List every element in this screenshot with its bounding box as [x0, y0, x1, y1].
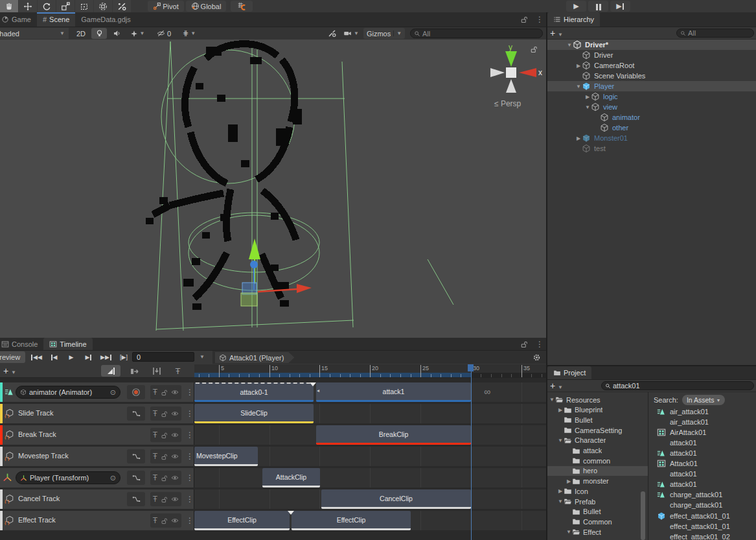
hierarchy-item-other[interactable]: other	[547, 123, 756, 133]
track-header[interactable]: animator (Animator)⊙Ŧ⋮	[0, 382, 194, 402]
project-folder-bullet[interactable]: Bullet	[547, 507, 648, 517]
preview-toggle-button[interactable]: Preview	[0, 351, 25, 363]
track-context-menu-icon[interactable]: ⋮	[186, 409, 194, 418]
timeline-clip[interactable]: BreakClip	[316, 425, 471, 445]
gizmos-dropdown[interactable]: Gizmos ▼	[363, 28, 405, 39]
project-folder-attack[interactable]: attack	[547, 446, 648, 456]
project-folder-prefab[interactable]: ▼Prefab	[547, 497, 648, 506]
timeline-clip[interactable]: EffectClip	[292, 511, 411, 530]
hand-tool-button[interactable]	[0, 0, 18, 12]
hierarchy-search-input[interactable]: All	[676, 29, 754, 38]
ripple-mode-button[interactable]	[126, 365, 143, 377]
asset-result[interactable]: charge_attack01	[648, 489, 756, 500]
hierarchy-item-player[interactable]: ▼Player	[547, 81, 756, 91]
timeline-track-lane[interactable]: EffectClipEffectClip	[194, 511, 546, 530]
expander-icon[interactable]: ▼	[557, 499, 564, 504]
timeline-clip[interactable]: MovestepClip	[194, 447, 258, 466]
track-context-menu-icon[interactable]: ⋮	[186, 473, 194, 482]
track-header[interactable]: Effect TrackŦ⋮	[0, 511, 194, 530]
search-scope-dropdown[interactable]: In Assets ▼	[682, 395, 726, 405]
asset-result[interactable]: air_attack01	[648, 406, 756, 417]
track-header[interactable]: Slide TrackŦ⋮	[0, 404, 194, 423]
track-curves-button[interactable]	[127, 406, 145, 421]
timeline-track-lane[interactable]: BreakClip	[194, 425, 546, 445]
hierarchy-item-animator[interactable]: animator	[547, 112, 756, 123]
expander-icon[interactable]: ▶	[566, 478, 572, 484]
tab-console[interactable]: Console	[0, 338, 43, 350]
timeline-clip[interactable]: CancelClip	[321, 489, 471, 509]
track-pin-icon[interactable]: Ŧ	[153, 516, 157, 525]
hierarchy-item-view[interactable]: ▼view	[547, 102, 756, 112]
project-folder-resources[interactable]: ▼Resources	[547, 395, 648, 405]
add-track-button[interactable]: + ▼	[3, 366, 16, 376]
mix-mode-button[interactable]	[101, 365, 120, 377]
persp-label[interactable]: ≤ Persp	[494, 99, 521, 108]
shading-mode-dropdown[interactable]: Shaded ▼	[0, 28, 69, 39]
track-pin-icon[interactable]: Ŧ	[153, 409, 157, 418]
frame-field-dropdown-icon[interactable]: ▼	[200, 354, 205, 360]
2d-toggle-button[interactable]: 2D	[73, 28, 89, 39]
hierarchy-item-driver-[interactable]: ▼Driver*	[547, 40, 756, 50]
tab-project[interactable]: Project	[547, 366, 591, 379]
expander-icon[interactable]: ▼	[549, 397, 555, 403]
scene-tools-button[interactable]	[324, 28, 339, 39]
replace-mode-button[interactable]	[148, 365, 165, 377]
pause-button[interactable]	[588, 1, 608, 12]
expander-icon[interactable]: ▼	[557, 438, 564, 443]
track-curves-button[interactable]	[127, 471, 145, 485]
asset-result[interactable]: attack01	[648, 438, 756, 448]
grid-snapping-button[interactable]	[231, 1, 253, 12]
object-picker-icon[interactable]: ⊙	[110, 474, 116, 482]
expander-icon[interactable]: ▶	[575, 135, 582, 141]
tab-game[interactable]: Game	[0, 12, 37, 27]
timeline-ruler[interactable]: 5101520253035	[194, 364, 546, 378]
track-pin-icon[interactable]: Ŧ	[153, 388, 157, 397]
asset-result[interactable]: air_attack01	[648, 417, 756, 427]
goto-end-button[interactable]: ▶▶	[98, 352, 114, 362]
expander-icon[interactable]: ▼	[566, 529, 572, 535]
project-folder-monster[interactable]: ▶monster	[547, 476, 648, 486]
scene-camera-button[interactable]: ▼	[341, 28, 361, 39]
track-record-button[interactable]	[127, 385, 145, 399]
project-tree-scrollbar[interactable]	[641, 491, 645, 540]
timeline-track-lane[interactable]: SlideClip	[194, 404, 546, 423]
timeline-clip[interactable]: SlideClip	[194, 404, 314, 423]
tab-timeline[interactable]: Timeline	[43, 338, 92, 350]
asset-result[interactable]: effect_attack01_01	[648, 521, 756, 532]
tab-hierarchy[interactable]: Hierarchy	[547, 12, 600, 27]
track-context-menu-icon[interactable]: ⋮	[186, 430, 194, 440]
breadcrumb[interactable]: Attack01 (Player)	[215, 352, 294, 363]
hierarchy-item-scene-variables[interactable]: Scene Variables	[547, 71, 756, 81]
frame-counter-field[interactable]: 0	[132, 352, 194, 362]
track-context-menu-icon[interactable]: ⋮	[186, 516, 194, 525]
track-context-menu-icon[interactable]: ⋮	[186, 452, 194, 461]
track-curves-button[interactable]	[127, 492, 145, 506]
timeline-clip[interactable]: attack1◂	[316, 382, 471, 402]
pivot-toggle-button[interactable]: Pivot	[148, 1, 184, 12]
timeline-track-lane[interactable]: attack0-1attack1◂∞	[194, 382, 546, 402]
play-button[interactable]: ▶	[566, 1, 586, 12]
scene-search-input[interactable]: All	[410, 29, 543, 38]
asset-result[interactable]: Attack01	[648, 458, 756, 469]
global-toggle-button[interactable]: Global	[186, 1, 226, 12]
object-picker-icon[interactable]: ⊙	[110, 388, 116, 397]
track-header[interactable]: Cancel TrackŦ⋮	[0, 489, 194, 509]
timeline-settings-gear-icon[interactable]	[533, 353, 541, 362]
project-folder-blueprint[interactable]: ▶Blueprint	[547, 405, 648, 415]
transform-tool-button[interactable]	[94, 0, 112, 12]
track-object-field[interactable]: Player (Transform)⊙	[16, 471, 120, 484]
asset-result[interactable]: effect_attack01_01	[648, 511, 756, 521]
timeline-track-lane[interactable]: AttackClip	[194, 468, 546, 487]
project-folder-camerasetting[interactable]: CameraSetting	[547, 425, 648, 435]
hierarchy-add-button[interactable]: + ▼	[550, 28, 563, 38]
asset-result[interactable]: effect_attack01_02	[648, 532, 756, 540]
track-context-menu-icon[interactable]: ⋮	[186, 495, 194, 504]
marker-toggle-button[interactable]: Ŧ	[170, 365, 186, 377]
timeline-track-lane[interactable]: CancelClip	[194, 489, 546, 509]
track-object-field[interactable]: animator (Animator)⊙	[16, 386, 120, 399]
tab-scene[interactable]: # Scene	[37, 12, 75, 27]
hierarchy-item-logic[interactable]: ▶logic	[547, 91, 756, 102]
play-range-button[interactable]: [▶]	[116, 352, 132, 362]
hierarchy-item-driver[interactable]: Driver	[547, 50, 756, 60]
expander-icon[interactable]: ▼	[575, 84, 582, 89]
